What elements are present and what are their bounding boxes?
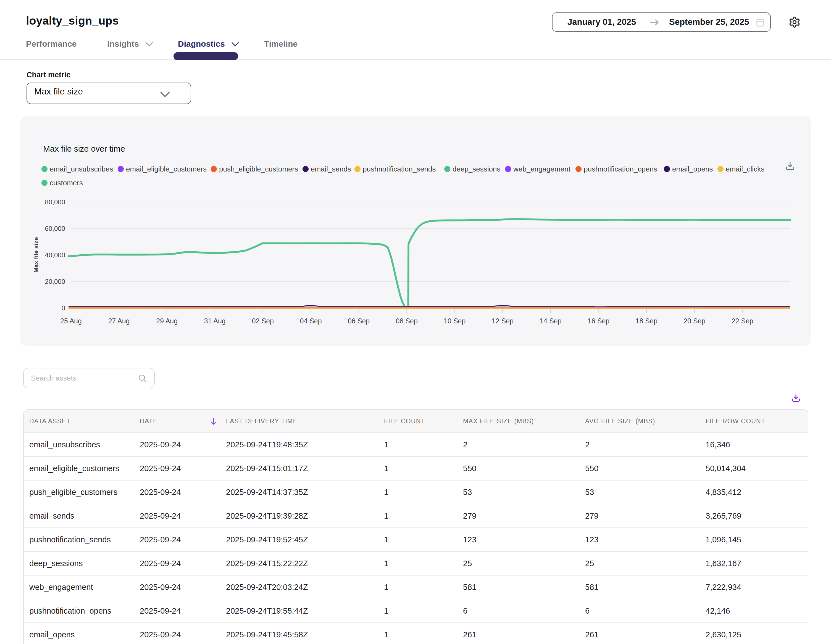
svg-text:06 Sep: 06 Sep [348, 317, 369, 325]
svg-text:0: 0 [62, 304, 65, 312]
svg-text:10 Sep: 10 Sep [444, 317, 465, 325]
svg-text:14 Sep: 14 Sep [540, 317, 561, 325]
svg-text:20,000: 20,000 [45, 278, 65, 285]
svg-text:31 Aug: 31 Aug [204, 317, 226, 325]
svg-text:60,000: 60,000 [45, 225, 65, 232]
svg-text:29 Aug: 29 Aug [156, 317, 178, 325]
svg-text:22 Sep: 22 Sep [732, 317, 753, 325]
svg-text:04 Sep: 04 Sep [300, 317, 322, 325]
svg-text:40,000: 40,000 [45, 251, 65, 259]
svg-text:Max file size: Max file size [33, 237, 40, 273]
svg-text:25 Aug: 25 Aug [60, 317, 82, 325]
svg-text:12 Sep: 12 Sep [492, 317, 514, 325]
svg-text:18 Sep: 18 Sep [636, 317, 657, 325]
svg-text:08 Sep: 08 Sep [396, 317, 418, 325]
svg-text:02 Sep: 02 Sep [252, 317, 274, 325]
svg-text:20 Sep: 20 Sep [683, 317, 705, 325]
svg-text:80,000: 80,000 [45, 198, 65, 206]
svg-text:16 Sep: 16 Sep [587, 317, 610, 325]
svg-text:27 Aug: 27 Aug [108, 317, 130, 325]
